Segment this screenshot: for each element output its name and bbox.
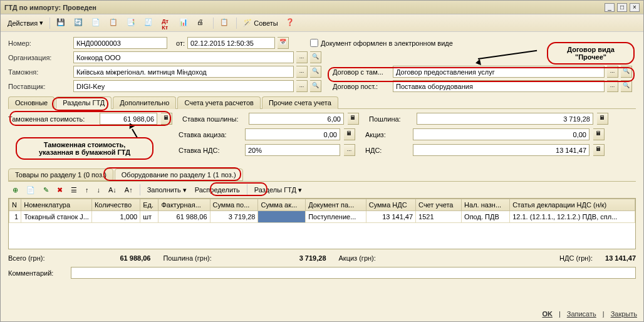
tab-additional[interactable]: Дополнительно (113, 96, 176, 109)
comment-input[interactable] (71, 267, 636, 279)
down-button[interactable]: ↓ (94, 185, 104, 195)
subtab-equipment[interactable]: Оборудование по разделу 1 (1 поз.) (115, 169, 243, 181)
tool-icon-9[interactable]: 🖨 (194, 16, 210, 30)
tool-help-icon[interactable]: ❓ (283, 16, 299, 30)
org-input[interactable] (73, 51, 294, 63)
tool-icon-5[interactable]: 📑 (123, 16, 140, 30)
contract-supplier-open-button[interactable]: 🔍 (621, 80, 632, 92)
contract-customs-input[interactable] (393, 66, 605, 78)
fill-button[interactable]: Заполнить ▾ (144, 185, 190, 195)
excise-rate-calc[interactable]: 🖩 (344, 128, 355, 140)
excise-calc[interactable]: 🖩 (593, 128, 605, 140)
sort-za-button[interactable]: A↑ (122, 185, 136, 195)
cell-nom[interactable]: Токарный станок J... (21, 211, 92, 223)
tool-icon-2[interactable]: 🔄 (71, 16, 87, 30)
customs-input[interactable] (73, 66, 294, 78)
tool-icon-8[interactable]: 📊 (176, 16, 192, 30)
contract-customs-open-button[interactable]: 🔍 (621, 66, 632, 78)
cell-acct[interactable]: 1521 (416, 211, 462, 223)
cell-vat-sum[interactable]: 13 141,47 (366, 211, 415, 223)
contract-supplier-select-button[interactable]: ... (607, 80, 618, 92)
customs-select-button[interactable]: ... (296, 66, 308, 78)
cell-invoice[interactable]: 61 988,06 (158, 211, 210, 223)
sections-button[interactable]: Разделы ГТД ▾ (251, 185, 305, 195)
tool-icon-1[interactable]: 💾 (53, 16, 70, 30)
customs-open-button[interactable]: 🔍 (310, 66, 321, 78)
ok-button[interactable]: OK (542, 310, 553, 318)
cell-duty-sum[interactable]: 3 719,28 (210, 211, 258, 223)
electronic-checkbox[interactable] (310, 39, 318, 47)
maximize-button[interactable]: □ (617, 3, 627, 12)
col-qty[interactable]: Количество (91, 199, 140, 211)
cell-excise-sum[interactable] (258, 211, 306, 223)
save-button[interactable]: Записать (567, 310, 596, 318)
vat-rate-select[interactable]: ... (344, 144, 355, 156)
duty-rate-calc[interactable]: 🖩 (348, 113, 359, 125)
col-acct[interactable]: Счет учета (416, 199, 462, 211)
cell-decl[interactable]: 12.1. (12.1.1., 12.1.2.) ПДВ, спл... (510, 211, 635, 223)
col-tax[interactable]: Нал. назн... (462, 199, 510, 211)
total-duty-label: Пошлина (грн): (163, 254, 211, 262)
minimize-button[interactable]: _ (605, 3, 615, 12)
col-nom[interactable]: Номенклатура (21, 199, 92, 211)
electronic-checkbox-label[interactable]: Документ оформлен в электронном виде (310, 39, 453, 47)
cell-qty[interactable]: 1,000 (91, 211, 140, 223)
vat-rate-input[interactable] (245, 144, 340, 156)
contract-customs-select-button[interactable]: ... (607, 66, 618, 78)
tab-main[interactable]: Основные (8, 96, 55, 109)
col-invoice[interactable]: Фактурная... (158, 199, 210, 211)
org-open-button[interactable]: 🔍 (310, 51, 321, 63)
col-n[interactable]: N (9, 199, 21, 211)
col-excise-sum[interactable]: Сумма ак... (258, 199, 306, 211)
cell-n[interactable]: 1 (9, 211, 21, 223)
excise-input[interactable] (413, 128, 589, 140)
duty-calc[interactable]: 🖩 (597, 113, 608, 125)
help-button[interactable]: 🪄 Советы (240, 17, 281, 29)
supplier-input[interactable] (73, 80, 294, 92)
sort-az-button[interactable]: A↓ (105, 185, 120, 195)
close-button[interactable]: × (630, 3, 640, 12)
close-form-button[interactable]: Закрыть (611, 310, 637, 318)
table-row[interactable]: 1 Токарный станок J... 1,000 шт 61 988,0… (9, 211, 635, 223)
vat-calc[interactable]: 🖩 (593, 144, 605, 156)
customs-value-calc[interactable]: 🖩 (161, 113, 172, 125)
cell-unit[interactable]: шт (140, 211, 158, 223)
col-doc[interactable]: Документ па... (306, 199, 366, 211)
supplier-select-button[interactable]: ... (296, 80, 308, 92)
subtab-goods[interactable]: Товары по разделу 1 (0 поз.) (8, 169, 113, 181)
vat-rate-label: Ставка НДС: (179, 147, 241, 154)
tool-icon-7[interactable]: ДтКт (158, 16, 175, 30)
supplier-open-button[interactable]: 🔍 (310, 80, 321, 92)
tool-icon-6[interactable]: 🧾 (141, 16, 157, 30)
col-unit[interactable]: Ед. (140, 199, 158, 211)
col-decl[interactable]: Статья декларации НДС (н/к) (510, 199, 635, 211)
number-input[interactable] (73, 37, 167, 49)
col-vat-sum[interactable]: Сумма НДС (366, 199, 415, 211)
org-select-button[interactable]: ... (296, 51, 308, 63)
edit-button[interactable]: ✎ (40, 185, 52, 195)
actions-menu[interactable]: Действия ▾ (4, 17, 46, 29)
tool-icon-3[interactable]: 📄 (88, 16, 105, 30)
tool-icon-10[interactable]: 📋 (217, 16, 233, 30)
copy-button[interactable]: 📄 (23, 185, 38, 195)
tab-gtd-sections[interactable]: Разделы ГТД (56, 96, 112, 109)
duty-input[interactable] (417, 113, 593, 125)
cell-doc[interactable]: Поступление... (306, 211, 366, 223)
tool-icon-4[interactable]: 📋 (106, 16, 122, 30)
excise-rate-input[interactable] (245, 128, 340, 140)
duty-rate-input[interactable] (249, 113, 344, 125)
tab-accounts[interactable]: Счета учета расчетов (177, 96, 260, 109)
grid-table-wrap[interactable]: N Номенклатура Количество Ед. Фактурная.… (8, 198, 636, 249)
col-duty-sum[interactable]: Сумма по... (210, 199, 258, 211)
sort-button[interactable]: ☰ (68, 185, 80, 195)
date-input[interactable] (187, 37, 275, 49)
vat-input[interactable] (413, 144, 589, 156)
add-button[interactable]: ⊕ (9, 185, 21, 195)
up-button[interactable]: ↑ (82, 185, 92, 195)
cell-tax[interactable]: Опод. ПДВ (462, 211, 510, 223)
distribute-button[interactable]: Распределить (192, 185, 243, 195)
date-picker-button[interactable]: 📅 (278, 37, 289, 49)
contract-supplier-input[interactable] (393, 80, 605, 92)
tab-other-accounts[interactable]: Прочие счета учета (262, 96, 338, 109)
delete-button[interactable]: ✖ (54, 185, 66, 195)
